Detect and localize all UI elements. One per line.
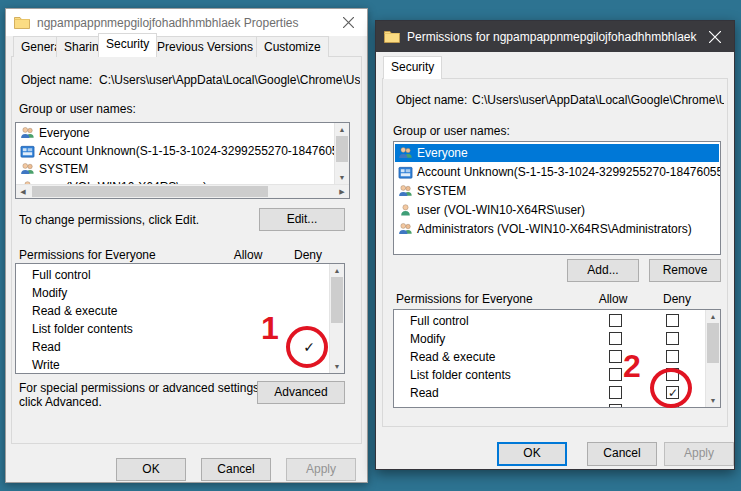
vertical-scrollbar[interactable]: ▲ ▼	[705, 310, 720, 407]
properties-titlebar: ngpampappnmepgilojfohadhhmbhlaek Propert…	[6, 9, 367, 36]
scroll-down-icon[interactable]: ▼	[706, 394, 720, 407]
group-icon	[20, 162, 35, 177]
group-user-listbox: Everyone Account Unknown(S-1-15-3-1024-3…	[393, 141, 721, 255]
group-icon	[398, 222, 413, 237]
tab-previous-versions[interactable]: Previous Versions	[149, 36, 261, 57]
scroll-right-icon[interactable]: ▶	[335, 185, 349, 198]
close-button[interactable]	[704, 27, 726, 47]
group-user-listbox: Everyone Account Unknown(S-1-15-3-1024-3…	[15, 122, 350, 199]
user-icon	[398, 203, 413, 218]
allow-checkbox-write[interactable]	[609, 404, 622, 408]
list-item-label: Everyone	[417, 144, 468, 162]
allow-checkbox-list-folder-contents[interactable]	[609, 368, 622, 381]
permission-row-list-folder-contents[interactable]: List folder contents	[17, 320, 133, 338]
object-name-label: Object name:	[396, 93, 467, 107]
object-name-label: Object name:	[21, 73, 92, 87]
edit-hint: To change permissions, click Edit.	[19, 213, 199, 227]
cancel-button[interactable]: Cancel	[201, 458, 271, 481]
list-item-label: SYSTEM	[39, 160, 88, 178]
horizontal-scrollbar[interactable]: ◀ ▶	[16, 184, 349, 198]
permission-row-read[interactable]: Read	[17, 338, 61, 356]
unknown-account-icon	[398, 165, 413, 180]
ok-button[interactable]: OK	[116, 458, 186, 481]
permission-row-read[interactable]: Read	[395, 384, 439, 402]
folder-icon	[384, 30, 400, 43]
tab-customize[interactable]: Customize	[256, 36, 329, 57]
list-item-label: Everyone	[39, 124, 90, 142]
allow-checkbox-read-execute[interactable]	[609, 350, 622, 363]
folder-icon	[14, 16, 30, 29]
group-list-label: Group or user names:	[393, 124, 510, 138]
permission-row-full-control[interactable]: Full control	[17, 266, 91, 284]
list-item-label: Account Unknown(S-1-15-3-1024-3299255270…	[39, 142, 350, 160]
close-icon	[709, 31, 721, 43]
apply-button[interactable]: Apply	[664, 442, 734, 466]
advanced-button[interactable]: Advanced	[257, 381, 345, 404]
permissions-titlebar: Permissions for ngpampappnmepgilojfohadh…	[376, 21, 734, 52]
annotation-circle-2	[650, 368, 692, 408]
permissions-label: Permissions for Everyone	[396, 292, 533, 306]
cancel-button[interactable]: Cancel	[587, 442, 657, 466]
vertical-scrollbar[interactable]: ▲ ▼	[334, 123, 349, 184]
list-item-account-unknown[interactable]: Account Unknown(S-1-15-3-1024-3299255270…	[395, 163, 719, 181]
list-item-user[interactable]: user (VOL-WIN10-X64RS\user)	[395, 201, 719, 219]
vertical-scrollbar[interactable]: ▲ ▼	[329, 264, 344, 373]
scrollbar-thumb[interactable]	[32, 186, 268, 197]
properties-dialog: ngpampappnmepgilojfohadhhmbhlaek Propert…	[5, 8, 368, 483]
annotation-step-2: 2	[623, 351, 641, 381]
deny-checkbox-read-execute[interactable]	[666, 350, 679, 363]
permission-row-list-folder-contents[interactable]: List folder contents	[395, 366, 511, 384]
list-item-everyone[interactable]: Everyone	[395, 144, 719, 162]
allow-checkbox-full-control[interactable]	[609, 314, 622, 327]
ok-button[interactable]: OK	[497, 442, 567, 466]
permissions-label: Permissions for Everyone	[19, 248, 156, 262]
allow-checkbox-modify[interactable]	[609, 332, 622, 345]
group-icon	[398, 146, 413, 161]
allow-checkbox-read[interactable]	[609, 386, 622, 399]
scroll-left-icon[interactable]: ◀	[16, 185, 30, 198]
edit-button[interactable]: Edit...	[259, 208, 345, 231]
permission-row-modify[interactable]: Modify	[395, 330, 445, 348]
scrollbar-thumb[interactable]	[336, 136, 348, 162]
close-icon	[343, 17, 354, 28]
object-name-value: C:\Users\user\AppData\Local\Google\Chrom…	[472, 93, 724, 107]
advanced-hint-line2: click Advanced.	[19, 396, 102, 409]
remove-button[interactable]: Remove	[649, 259, 721, 282]
scrollbar-thumb[interactable]	[331, 277, 343, 323]
deny-header: Deny	[659, 292, 695, 306]
add-button[interactable]: Add...	[567, 259, 639, 282]
scrollbar-thumb[interactable]	[707, 323, 719, 363]
scroll-down-icon[interactable]: ▼	[330, 360, 344, 373]
scroll-down-icon[interactable]: ▼	[335, 171, 349, 184]
list-item-everyone[interactable]: Everyone	[17, 124, 333, 142]
deny-checkbox-modify[interactable]	[666, 332, 679, 345]
tab-security[interactable]: Security	[98, 33, 157, 57]
deny-header: Deny	[290, 248, 326, 262]
permission-row-read-execute[interactable]: Read & execute	[395, 348, 495, 366]
advanced-hint-line1: For special permissions or advanced sett…	[19, 382, 262, 395]
list-item-system[interactable]: SYSTEM	[17, 160, 333, 178]
group-icon	[398, 184, 413, 199]
close-button[interactable]	[337, 13, 359, 33]
permission-row-full-control[interactable]: Full control	[395, 312, 469, 330]
scroll-up-icon[interactable]: ▲	[335, 123, 349, 136]
object-name-value: C:\Users\user\AppData\Local\Google\Chrom…	[99, 73, 360, 87]
scroll-up-icon[interactable]: ▲	[330, 264, 344, 277]
list-item-administrators[interactable]: Administrators (VOL-WIN10-X64RS\Administ…	[395, 220, 719, 238]
list-item-account-unknown[interactable]: Account Unknown(S-1-15-3-1024-3299255270…	[17, 142, 333, 160]
deny-checkbox-full-control[interactable]	[666, 314, 679, 327]
annotation-circle-1	[286, 326, 328, 368]
allow-header: Allow	[230, 248, 266, 262]
apply-button[interactable]: Apply	[286, 458, 356, 481]
scroll-up-icon[interactable]: ▲	[706, 310, 720, 323]
window-title: ngpampappnmepgilojfohadhhmbhlaek Propert…	[37, 16, 330, 30]
group-list-label: Group or user names:	[19, 102, 136, 116]
permission-row-write[interactable]: Write	[17, 356, 60, 374]
list-item-system[interactable]: SYSTEM	[395, 182, 719, 200]
permission-row-modify[interactable]: Modify	[17, 284, 67, 302]
list-item-label: user (VOL-WIN10-X64RS\user)	[417, 201, 585, 219]
tab-security[interactable]: Security	[383, 56, 442, 79]
window-title: Permissions for ngpampappnmepgilojfohadh…	[407, 30, 697, 44]
group-icon	[20, 126, 35, 141]
permission-row-read-execute[interactable]: Read & execute	[17, 302, 117, 320]
